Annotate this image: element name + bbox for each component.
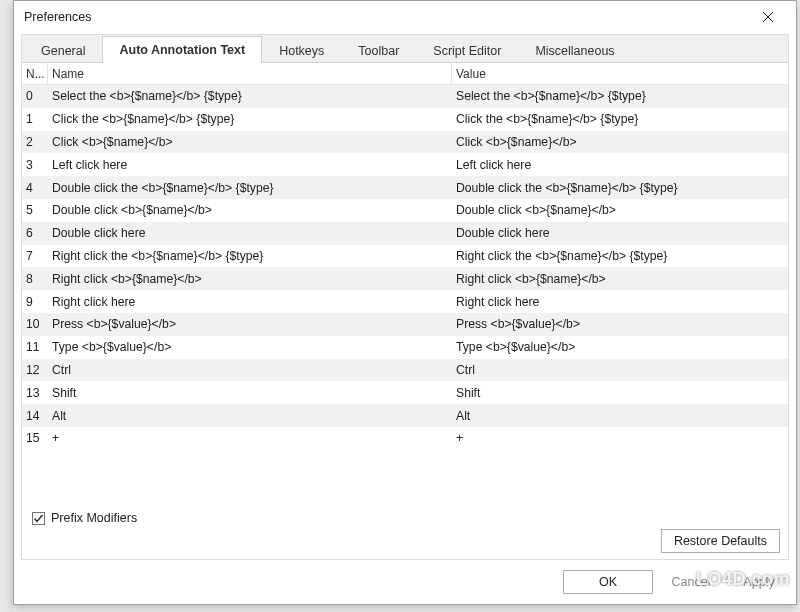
header-number[interactable]: N... bbox=[22, 63, 48, 84]
ok-button[interactable]: OK bbox=[563, 570, 653, 594]
table-row[interactable]: 7Right click the <b>{$name}</b> {$type}R… bbox=[22, 245, 788, 268]
cell-value: Right click here bbox=[452, 295, 788, 309]
background-stripe bbox=[0, 0, 13, 612]
prefix-modifiers-checkbox[interactable] bbox=[32, 512, 45, 525]
tab-general[interactable]: General bbox=[24, 37, 102, 63]
table-row[interactable]: 14AltAlt bbox=[22, 404, 788, 427]
titlebar: Preferences bbox=[14, 1, 796, 32]
cell-number: 8 bbox=[22, 272, 48, 286]
cell-number: 13 bbox=[22, 386, 48, 400]
table-row[interactable]: 8Right click <b>{$name}</b>Right click <… bbox=[22, 267, 788, 290]
cell-name: Right click here bbox=[48, 295, 452, 309]
tab-script-editor[interactable]: Script Editor bbox=[416, 37, 518, 63]
cell-name: Press <b>{$value}</b> bbox=[48, 317, 452, 331]
cell-number: 15 bbox=[22, 431, 48, 445]
cell-number: 9 bbox=[22, 295, 48, 309]
tab-miscellaneous[interactable]: Miscellaneous bbox=[518, 37, 631, 63]
cell-name: Ctrl bbox=[48, 363, 452, 377]
cell-value: Right click the <b>{$name}</b> {$type} bbox=[452, 249, 788, 263]
cell-value: Double click here bbox=[452, 226, 788, 240]
cell-name: Double click <b>{$name}</b> bbox=[48, 203, 452, 217]
table-row[interactable]: 5Double click <b>{$name}</b>Double click… bbox=[22, 199, 788, 222]
cell-name: Alt bbox=[48, 409, 452, 423]
cell-value: Alt bbox=[452, 409, 788, 423]
preferences-window: Preferences General Auto Annotation Text… bbox=[13, 0, 797, 605]
cell-number: 11 bbox=[22, 340, 48, 354]
checkmark-icon bbox=[33, 513, 44, 524]
cell-name: Select the <b>{$name}</b> {$type} bbox=[48, 89, 452, 103]
close-icon bbox=[763, 12, 773, 22]
table-row[interactable]: 15++ bbox=[22, 427, 788, 450]
table-row[interactable]: 11Type <b>{$value}</b>Type <b>{$value}</… bbox=[22, 336, 788, 359]
cell-number: 0 bbox=[22, 89, 48, 103]
cell-number: 12 bbox=[22, 363, 48, 377]
cell-name: Left click here bbox=[48, 158, 452, 172]
prefix-modifiers-label: Prefix Modifiers bbox=[51, 511, 137, 525]
content-area: General Auto Annotation Text Hotkeys Too… bbox=[21, 34, 789, 560]
cell-value: Double click <b>{$name}</b> bbox=[452, 203, 788, 217]
cell-value: Click the <b>{$name}</b> {$type} bbox=[452, 112, 788, 126]
cell-number: 6 bbox=[22, 226, 48, 240]
prefix-modifiers-row: Prefix Modifiers bbox=[32, 511, 137, 525]
table-row[interactable]: 13ShiftShift bbox=[22, 381, 788, 404]
tab-panel: N... Name Value 0Select the <b>{$name}</… bbox=[22, 63, 788, 559]
cell-name: Click <b>{$name}</b> bbox=[48, 135, 452, 149]
tab-auto-annotation-text[interactable]: Auto Annotation Text bbox=[102, 36, 262, 63]
cell-name: Right click the <b>{$name}</b> {$type} bbox=[48, 249, 452, 263]
cell-name: + bbox=[48, 431, 452, 445]
cell-value: Select the <b>{$name}</b> {$type} bbox=[452, 89, 788, 103]
cell-name: Double click the <b>{$name}</b> {$type} bbox=[48, 181, 452, 195]
cell-number: 2 bbox=[22, 135, 48, 149]
cell-number: 5 bbox=[22, 203, 48, 217]
restore-defaults-button[interactable]: Restore Defaults bbox=[661, 529, 780, 553]
header-value[interactable]: Value bbox=[452, 63, 788, 84]
tab-toolbar[interactable]: Toolbar bbox=[341, 37, 416, 63]
table-row[interactable]: 9Right click hereRight click here bbox=[22, 290, 788, 313]
table-body: 0Select the <b>{$name}</b> {$type}Select… bbox=[22, 85, 788, 450]
tab-hotkeys[interactable]: Hotkeys bbox=[262, 37, 341, 63]
cell-number: 7 bbox=[22, 249, 48, 263]
table-row[interactable]: 1Click the <b>{$name}</b> {$type}Click t… bbox=[22, 108, 788, 131]
cell-name: Shift bbox=[48, 386, 452, 400]
cell-number: 1 bbox=[22, 112, 48, 126]
table-row[interactable]: 10Press <b>{$value}</b>Press <b>{$value}… bbox=[22, 313, 788, 336]
cell-value: Double click the <b>{$name}</b> {$type} bbox=[452, 181, 788, 195]
cell-value: Click <b>{$name}</b> bbox=[452, 135, 788, 149]
window-title: Preferences bbox=[24, 10, 91, 24]
cell-value: Right click <b>{$name}</b> bbox=[452, 272, 788, 286]
cell-number: 14 bbox=[22, 409, 48, 423]
cell-name: Click the <b>{$name}</b> {$type} bbox=[48, 112, 452, 126]
table-row[interactable]: 6Double click hereDouble click here bbox=[22, 222, 788, 245]
table-row[interactable]: 4Double click the <b>{$name}</b> {$type}… bbox=[22, 176, 788, 199]
tabstrip: General Auto Annotation Text Hotkeys Too… bbox=[22, 35, 788, 63]
table-row[interactable]: 3Left click hereLeft click here bbox=[22, 153, 788, 176]
close-button[interactable] bbox=[746, 3, 790, 31]
button-bar: OK Cancel Apply bbox=[21, 567, 789, 597]
cell-value: Press <b>{$value}</b> bbox=[452, 317, 788, 331]
cell-value: Shift bbox=[452, 386, 788, 400]
cell-value: Ctrl bbox=[452, 363, 788, 377]
table-row[interactable]: 2Click <b>{$name}</b>Click <b>{$name}</b… bbox=[22, 131, 788, 154]
cell-number: 10 bbox=[22, 317, 48, 331]
cell-value: Type <b>{$value}</b> bbox=[452, 340, 788, 354]
cell-name: Double click here bbox=[48, 226, 452, 240]
table-row[interactable]: 0Select the <b>{$name}</b> {$type}Select… bbox=[22, 85, 788, 108]
cancel-button[interactable]: Cancel bbox=[661, 570, 721, 594]
cell-number: 4 bbox=[22, 181, 48, 195]
cell-name: Type <b>{$value}</b> bbox=[48, 340, 452, 354]
table-header: N... Name Value bbox=[22, 63, 788, 85]
header-name[interactable]: Name bbox=[48, 63, 452, 84]
cell-number: 3 bbox=[22, 158, 48, 172]
cell-value: Left click here bbox=[452, 158, 788, 172]
table-row[interactable]: 12CtrlCtrl bbox=[22, 359, 788, 382]
apply-button[interactable]: Apply bbox=[729, 570, 789, 594]
cell-value: + bbox=[452, 431, 788, 445]
cell-name: Right click <b>{$name}</b> bbox=[48, 272, 452, 286]
